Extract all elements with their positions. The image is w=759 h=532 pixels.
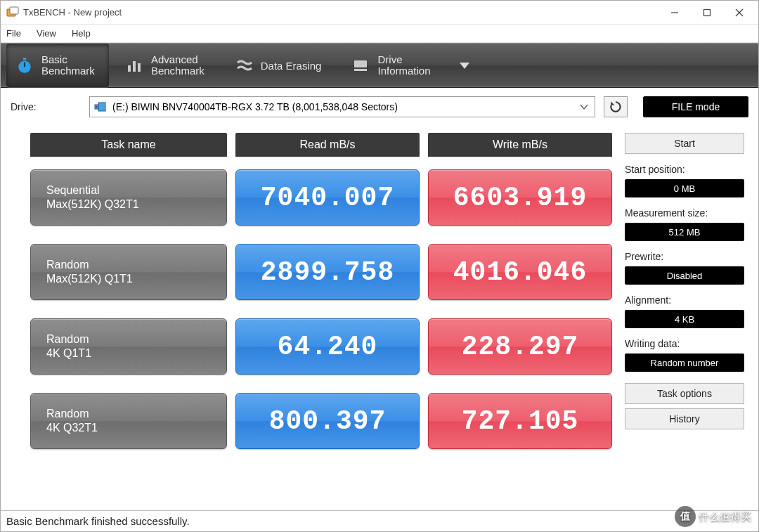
drive-select[interactable]: (E:) BIWIN BNV740004TB-RGX 3.72 TB (8,00… — [89, 96, 595, 117]
chevron-down-icon — [578, 100, 590, 113]
nav-advanced-l2: Benchmark — [151, 65, 205, 77]
task-name-cell[interactable]: Random Max(512K) Q1T1 — [30, 244, 227, 300]
menu-file[interactable]: File — [6, 28, 21, 39]
svg-rect-1 — [10, 7, 18, 14]
alignment-value[interactable]: 4 KB — [625, 310, 744, 328]
app-icon — [6, 6, 19, 19]
nav-data-erasing[interactable]: Data Erasing — [226, 44, 336, 87]
th-task: Task name — [30, 133, 227, 157]
write-value-cell: 727.105 — [428, 393, 612, 449]
task-name-l1: Sequential — [46, 183, 226, 197]
window-controls — [659, 1, 755, 24]
minimize-button[interactable] — [659, 1, 691, 24]
drive-label: Drive: — [11, 101, 81, 112]
app-window: TxBENCH - New project File View Help Bas… — [0, 0, 759, 532]
table-row: Sequential Max(512K) Q32T1 7040.007 6603… — [30, 169, 612, 226]
status-text: Basic Benchmark finished successfully. — [6, 515, 190, 527]
prewrite-value[interactable]: Disabled — [625, 266, 744, 285]
titlebar: TxBENCH - New project — [1, 1, 758, 25]
nav-advanced-l1: Advanced — [151, 54, 205, 66]
drive-row: Drive: (E:) BIWIN BNV740004TB-RGX 3.72 T… — [1, 88, 758, 126]
read-value-cell: 64.240 — [235, 318, 420, 375]
task-name-l1: Random — [46, 407, 226, 421]
measurement-size-value[interactable]: 512 MB — [625, 223, 744, 241]
table-row: Random 4K Q32T1 800.397 727.105 — [30, 393, 612, 449]
status-bar: Basic Benchmark finished successfully. — [1, 510, 758, 531]
close-icon — [735, 8, 744, 17]
nav-erase-label: Data Erasing — [261, 60, 322, 72]
minimize-icon — [670, 8, 679, 17]
results-table: Task name Read mB/s Write mB/s Sequentia… — [30, 133, 612, 506]
task-name-l1: Random — [46, 258, 226, 272]
task-name-l1: Random — [46, 332, 226, 346]
nav-drive-l2: Information — [377, 65, 430, 77]
file-mode-button[interactable]: FILE mode — [643, 96, 748, 117]
read-value-cell: 7040.007 — [235, 169, 420, 226]
main-area: Task name Read mB/s Write mB/s Sequentia… — [1, 126, 758, 510]
refresh-button[interactable] — [604, 96, 628, 117]
menubar: File View Help — [1, 25, 758, 43]
th-read: Read mB/s — [235, 133, 420, 157]
drive-icon — [351, 56, 370, 75]
bar-chart-icon — [124, 56, 144, 75]
drive-selected-text: (E:) BIWIN BNV740004TB-RGX 3.72 TB (8,00… — [112, 101, 398, 112]
measurement-size-label: Measurement size: — [625, 207, 744, 219]
svg-rect-9 — [128, 65, 131, 72]
task-name-cell[interactable]: Sequential Max(512K) Q32T1 — [30, 169, 227, 226]
table-row: Random 4K Q1T1 64.240 228.297 — [30, 318, 612, 375]
menu-help[interactable]: Help — [72, 28, 91, 39]
chevron-down-icon — [460, 63, 469, 69]
svg-rect-3 — [704, 9, 711, 15]
svg-rect-11 — [138, 63, 141, 72]
th-write: Write mB/s — [428, 133, 612, 157]
nav-basic-benchmark[interactable]: Basic Benchmark — [6, 44, 109, 87]
refresh-icon — [609, 100, 623, 114]
write-value-cell: 228.297 — [428, 318, 612, 375]
svg-point-16 — [96, 106, 98, 108]
task-name-cell[interactable]: Random 4K Q1T1 — [30, 318, 227, 375]
start-position-value[interactable]: 0 MB — [625, 179, 744, 197]
maximize-icon — [703, 8, 711, 17]
writing-data-value[interactable]: Random number — [625, 353, 744, 372]
write-value-cell: 6603.919 — [428, 169, 612, 226]
svg-rect-13 — [354, 69, 367, 71]
table-body: Sequential Max(512K) Q32T1 7040.007 6603… — [30, 169, 612, 449]
menu-view[interactable]: View — [37, 28, 56, 39]
window-title: TxBENCH - New project — [23, 7, 659, 18]
table-header: Task name Read mB/s Write mB/s — [30, 133, 612, 157]
svg-rect-10 — [133, 61, 136, 72]
table-row: Random Max(512K) Q1T1 2899.758 4016.046 — [30, 244, 612, 300]
task-name-l2: Max(512K) Q1T1 — [46, 272, 226, 286]
task-name-cell[interactable]: Random 4K Q32T1 — [30, 393, 227, 449]
svg-rect-7 — [23, 58, 26, 60]
prewrite-label: Prewrite: — [625, 251, 744, 262]
nav-drive-l1: Drive — [377, 54, 430, 66]
start-button[interactable]: Start — [625, 133, 744, 154]
top-nav: Basic Benchmark Advanced Benchmark Data … — [1, 43, 758, 88]
read-value-cell: 2899.758 — [235, 244, 420, 300]
start-position-label: Start position: — [625, 164, 744, 175]
task-name-l2: Max(512K) Q32T1 — [46, 197, 226, 212]
task-options-button[interactable]: Task options — [625, 383, 744, 404]
maximize-button[interactable] — [691, 1, 723, 24]
erase-icon — [234, 56, 254, 75]
nav-basic-l1: Basic — [41, 54, 95, 66]
nav-basic-l2: Benchmark — [41, 65, 95, 77]
svg-rect-12 — [354, 60, 367, 67]
close-button[interactable] — [723, 1, 755, 24]
alignment-label: Alignment: — [625, 294, 744, 306]
write-value-cell: 4016.046 — [428, 244, 612, 300]
side-panel: Start Start position: 0 MB Measurement s… — [625, 133, 744, 506]
nav-drive-information[interactable]: Drive Information — [342, 44, 444, 87]
nav-more-dropdown[interactable] — [452, 44, 477, 87]
task-name-l2: 4K Q32T1 — [46, 421, 226, 435]
task-name-l2: 4K Q1T1 — [46, 346, 226, 361]
read-value-cell: 800.397 — [235, 393, 420, 449]
stopwatch-icon — [15, 56, 34, 75]
writing-data-label: Writing data: — [625, 338, 744, 349]
svg-rect-14 — [98, 103, 105, 111]
nav-advanced-benchmark[interactable]: Advanced Benchmark — [116, 44, 219, 87]
history-button[interactable]: History — [625, 408, 744, 429]
hdd-icon — [94, 101, 108, 112]
